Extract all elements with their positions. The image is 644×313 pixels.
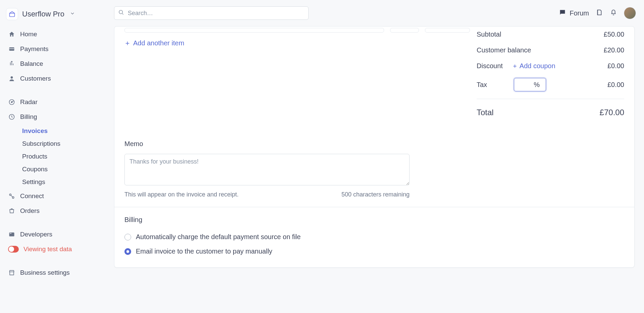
memo-title: Memo (124, 140, 624, 148)
topbar: Forum (114, 0, 644, 26)
nav-balance[interactable]: Balance (6, 57, 108, 71)
nav-coupons[interactable]: Coupons (20, 163, 108, 175)
line-item-price-input[interactable] (425, 28, 470, 33)
billing-option-auto[interactable]: Automatically charge the default payment… (124, 230, 624, 244)
search-input[interactable] (114, 6, 309, 20)
add-item-label: Add another item (133, 39, 184, 47)
nav-home[interactable]: Home (6, 28, 108, 41)
nav-products[interactable]: Products (20, 150, 108, 163)
memo-textarea[interactable] (124, 154, 410, 185)
workspace-logo-icon (6, 8, 18, 20)
payments-icon (8, 45, 15, 53)
store-icon (8, 269, 15, 276)
tax-label: Tax (477, 81, 487, 89)
customer-balance-row: Customer balance £20.00 (477, 42, 624, 58)
nav-billing-settings[interactable]: Settings (20, 176, 108, 188)
discount-row: Discount Add coupon £0.00 (477, 58, 624, 74)
nav-label: Billing (20, 113, 37, 121)
discount-value: £0.00 (607, 62, 624, 70)
chevron-down-icon (70, 11, 75, 18)
billing-icon (8, 113, 15, 121)
total-row: Total £70.00 (477, 99, 624, 121)
orders-icon (8, 207, 15, 215)
svg-point-10 (119, 10, 123, 14)
invoice-form-card: Add another item Subtotal £50.00 Custome… (114, 26, 635, 268)
workspace-switcher[interactable]: Userflow Pro (6, 6, 108, 26)
tax-row: Tax % £0.00 (477, 74, 624, 95)
nav-label: Payments (20, 45, 48, 53)
nav-subscriptions[interactable]: Subscriptions (20, 138, 108, 150)
home-icon (8, 31, 15, 38)
nav-label: Connect (20, 192, 44, 200)
balance-icon (8, 60, 15, 68)
chat-icon (559, 9, 566, 18)
forum-link[interactable]: Forum (559, 9, 589, 18)
memo-remaining: 500 characters remaining (341, 191, 410, 198)
forum-label: Forum (570, 9, 589, 17)
docs-icon[interactable] (596, 9, 603, 18)
nav-business-settings[interactable]: Business settings (6, 266, 108, 279)
nav-label: Radar (20, 98, 38, 106)
test-data-toggle[interactable]: Viewing test data (6, 242, 108, 256)
add-coupon-button[interactable]: Add coupon (512, 62, 555, 70)
tax-value: £0.00 (607, 81, 624, 89)
subtotal-value: £50.00 (604, 31, 624, 38)
nav-invoices[interactable]: Invoices (20, 125, 108, 137)
tax-percent-input[interactable] (518, 81, 534, 88)
add-another-item-button[interactable]: Add another item (124, 39, 184, 47)
svg-point-2 (11, 76, 13, 79)
billing-title: Billing (124, 216, 624, 224)
customer-balance-value: £20.00 (604, 46, 624, 54)
billing-option-auto-label: Automatically charge the default payment… (136, 233, 301, 241)
svg-rect-1 (9, 48, 14, 49)
nav-billing-submenu: Invoices Subscriptions Products Coupons … (6, 125, 108, 188)
invoice-totals: Subtotal £50.00 Customer balance £20.00 … (477, 27, 624, 121)
discount-label: Discount (477, 62, 503, 70)
add-coupon-label: Add coupon (520, 62, 555, 70)
billing-section: Billing Automatically charge the default… (114, 207, 634, 267)
memo-hint: This will appear on the invoice and rece… (124, 191, 238, 198)
workspace-name: Userflow Pro (22, 10, 64, 18)
nav-billing[interactable]: Billing (6, 110, 108, 124)
bell-icon[interactable] (610, 9, 617, 18)
nav-label: Customers (20, 75, 51, 82)
memo-section: Memo This will appear on the invoice and… (114, 131, 634, 207)
nav-customers[interactable]: Customers (6, 72, 108, 85)
developers-icon (8, 231, 15, 238)
nav-label: Home (20, 31, 37, 38)
nav-label: Business settings (20, 269, 70, 276)
nav-payments[interactable]: Payments (6, 42, 108, 56)
tax-unit: % (534, 81, 540, 89)
nav-radar[interactable]: Radar (6, 95, 108, 109)
tax-input-wrap: % (514, 78, 546, 91)
subtotal-row: Subtotal £50.00 (477, 27, 624, 42)
radar-icon (8, 98, 15, 106)
customer-balance-label: Customer balance (477, 46, 531, 54)
svg-point-4 (11, 101, 12, 102)
radio-unchecked-icon (124, 234, 131, 240)
subtotal-label: Subtotal (477, 31, 501, 38)
test-data-label: Viewing test data (23, 245, 72, 253)
plus-icon (124, 40, 130, 46)
sidebar: Userflow Pro Home Payments Balance Custo… (0, 0, 114, 313)
nav-label: Balance (20, 60, 43, 68)
line-item-qty-input[interactable] (390, 28, 419, 33)
nav-label: Orders (20, 207, 40, 215)
line-item-name-input[interactable] (124, 28, 384, 33)
radio-checked-icon (124, 248, 131, 255)
search-icon (118, 9, 124, 17)
customers-icon (8, 75, 15, 82)
total-value: £70.00 (600, 108, 624, 117)
billing-option-email[interactable]: Email invoice to the customer to pay man… (124, 244, 624, 259)
connect-icon (8, 192, 15, 200)
billing-option-email-label: Email invoice to the customer to pay man… (136, 248, 272, 255)
total-label: Total (477, 108, 494, 117)
toggle-switch-icon (8, 246, 19, 253)
avatar[interactable] (624, 7, 636, 19)
svg-rect-9 (10, 233, 11, 234)
nav-label: Developers (20, 231, 52, 238)
nav-developers[interactable]: Developers (6, 228, 108, 241)
nav-connect[interactable]: Connect (6, 189, 108, 203)
nav-orders[interactable]: Orders (6, 204, 108, 218)
plus-icon (512, 63, 518, 69)
